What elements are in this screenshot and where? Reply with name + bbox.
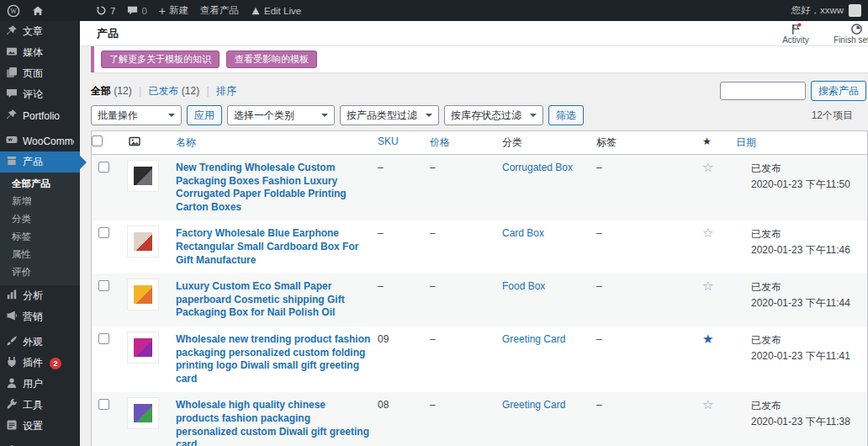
sidebar-item-Portfolio[interactable]: Portfolio <box>0 105 80 126</box>
row-checkbox[interactable] <box>98 227 109 238</box>
product-date: 2020-01-23 下午11:38 <box>751 415 860 429</box>
product-name-link[interactable]: Luxury Custom Eco Small Paper paperboard… <box>176 280 371 320</box>
product-category-link[interactable]: Corrugated Box <box>502 162 573 173</box>
filter-button[interactable]: 筛选 <box>548 105 584 125</box>
sidebar-item-LayerSlider[interactable]: LayerSlider <box>0 441 80 446</box>
view-product-button[interactable]: 查看产品 <box>200 4 239 17</box>
view-sorting-link[interactable]: 排序 <box>216 85 236 97</box>
updates-indicator[interactable]: 7 <box>96 5 115 16</box>
sidebar-item-WooCommerce[interactable]: WooCommerce <box>0 130 80 151</box>
product-name-link[interactable]: Wholesale new trending product fashion p… <box>176 333 371 385</box>
row-checkbox[interactable] <box>98 399 109 410</box>
page-title: 产品 <box>97 26 119 41</box>
avatar[interactable] <box>849 4 861 17</box>
view-published-link[interactable]: 已发布 <box>149 85 179 97</box>
row-checkbox[interactable] <box>98 162 109 173</box>
updates-count: 7 <box>110 6 115 16</box>
sort-by-name-header[interactable]: 名称 <box>176 136 196 148</box>
table-row: Wholesale new trending product fashion p… <box>92 327 867 392</box>
product-category-link[interactable]: Card Box <box>502 227 544 239</box>
sidebar-item-产品[interactable]: 产品 <box>0 151 80 173</box>
sidebar-item-文章[interactable]: 文章 <box>0 21 80 42</box>
category-filter-select[interactable]: 选择一个类别 <box>227 105 335 125</box>
new-content-button[interactable]: + 新建 <box>159 4 188 18</box>
submenu-item-属性[interactable]: 属性 <box>0 246 80 263</box>
search-input[interactable] <box>720 82 806 100</box>
flag-icon <box>790 23 802 35</box>
product-price: – <box>430 273 502 327</box>
submenu-item-评价[interactable]: 评价 <box>0 263 80 281</box>
main-content: 产品 Activity Finish setup 了解更多关于模板的知识 查看受… <box>80 21 868 446</box>
apply-button[interactable]: 应用 <box>187 105 222 125</box>
updates-icon <box>96 5 107 16</box>
table-row: Factory Wholesale Blue Earphone Rectangu… <box>92 220 867 273</box>
product-thumbnail[interactable] <box>127 226 159 258</box>
menu-badge: 2 <box>50 358 61 369</box>
sidebar-item-外观[interactable]: 外观 <box>0 332 80 353</box>
comments-icon <box>6 88 18 99</box>
account-greeting[interactable]: 您好，xxww <box>791 4 844 17</box>
product-name-link[interactable]: New Trending Wholesale Custom Packaging … <box>176 162 371 214</box>
sidebar-item-工具[interactable]: 工具 <box>0 395 80 416</box>
featured-star-icon[interactable]: ☆ <box>702 160 713 174</box>
product-thumbnail[interactable] <box>127 160 159 192</box>
products-table: 名称 SKU 价格 分类 标签 ★ 日期 New Trending Wholes… <box>91 130 868 446</box>
sidebar-item-评论[interactable]: 评论 <box>0 84 80 105</box>
admin-sidebar: 文章 媒体 页面 评论 Portfolio WooCommerce 产品 全部产… <box>0 21 80 446</box>
view-affected-templates-button[interactable]: 查看受影响的模板 <box>226 50 317 68</box>
view-filter-links: 全部 (12) | 已发布 (12) | 排序 <box>91 84 236 98</box>
select-all-checkbox[interactable] <box>92 135 103 146</box>
product-thumbnail[interactable] <box>127 279 159 311</box>
product-thumbnail[interactable] <box>127 332 159 364</box>
sidebar-item-营销[interactable]: 营销 <box>0 306 80 327</box>
product-name-link[interactable]: Wholesale high quality chinese products … <box>176 399 371 446</box>
product-type-filter-select[interactable]: 按产品类型过滤 <box>340 105 439 125</box>
featured-star-icon[interactable]: ☆ <box>702 226 713 240</box>
featured-star-icon[interactable]: ☆ <box>702 397 713 411</box>
view-all-link[interactable]: 全部 <box>91 85 111 97</box>
home-icon[interactable] <box>32 5 44 17</box>
row-checkbox[interactable] <box>98 280 109 291</box>
chevron-down-icon <box>426 114 432 120</box>
sort-by-price-header[interactable]: 价格 <box>430 136 450 148</box>
comments-indicator[interactable]: 0 <box>127 5 146 16</box>
submenu-item-分类[interactable]: 分类 <box>0 210 80 228</box>
row-checkbox[interactable] <box>98 333 109 344</box>
table-header-row: 名称 SKU 价格 分类 标签 ★ 日期 <box>92 131 867 155</box>
comments-count: 0 <box>141 6 146 16</box>
admin-bar: W 7 0 + 新建 查看产品 Edit Live <box>0 0 868 21</box>
search-products-button[interactable]: 搜索产品 <box>811 81 866 101</box>
product-name-link[interactable]: Factory Wholesale Blue Earphone Rectangu… <box>176 227 371 267</box>
product-thumbnail[interactable] <box>127 397 159 429</box>
submenu-item-标签[interactable]: 标签 <box>0 228 80 246</box>
sidebar-item-分析[interactable]: 分析 <box>0 285 80 306</box>
submenu-item-全部产品[interactable]: 全部产品 <box>0 175 80 193</box>
finish-setup-button[interactable]: Finish setup <box>833 23 868 45</box>
product-category-link[interactable]: Food Box <box>502 280 545 292</box>
sidebar-item-插件[interactable]: 插件 2 <box>0 353 80 374</box>
bulk-actions-select[interactable]: 批量操作 <box>91 105 182 125</box>
activity-button[interactable]: Activity <box>772 23 819 45</box>
sort-by-date-header[interactable]: 日期 <box>736 136 756 148</box>
table-row: New Trending Wholesale Custom Packaging … <box>92 155 867 220</box>
products-submenu: 全部产品新增分类标签属性评价 <box>0 173 80 285</box>
sidebar-item-用户[interactable]: 用户 <box>0 374 80 395</box>
product-status: 已发布 <box>751 399 860 413</box>
wordpress-logo-icon[interactable]: W <box>7 4 20 18</box>
submenu-item-新增[interactable]: 新增 <box>0 193 80 210</box>
sidebar-item-页面[interactable]: 页面 <box>0 63 80 84</box>
items-count: 12个项目 <box>812 109 853 123</box>
product-category-link[interactable]: Greeting Card <box>502 399 565 411</box>
edit-live-button[interactable]: Edit Live <box>251 6 301 16</box>
sidebar-item-设置[interactable]: 设置 <box>0 416 80 437</box>
sort-by-sku-header[interactable]: SKU <box>378 135 399 147</box>
table-body: New Trending Wholesale Custom Packaging … <box>92 155 867 446</box>
stock-status-filter-select[interactable]: 按库存状态过滤 <box>444 105 543 125</box>
sidebar-item-媒体[interactable]: 媒体 <box>0 42 80 63</box>
product-category-link[interactable]: Greeting Card <box>502 333 565 345</box>
learn-more-button[interactable]: 了解更多关于模板的知识 <box>101 50 220 68</box>
product-sku: – <box>378 155 430 220</box>
product-price: – <box>430 392 502 446</box>
featured-star-icon[interactable]: ☆ <box>702 279 713 293</box>
featured-star-icon[interactable]: ★ <box>702 332 713 346</box>
